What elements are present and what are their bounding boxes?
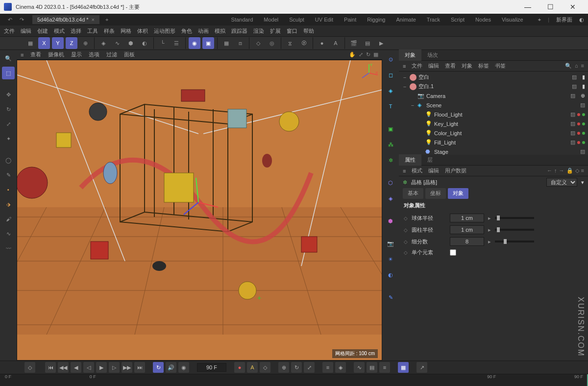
attr-menu-userdata[interactable]: 用户数据 (445, 167, 466, 174)
attr-menu-mode[interactable]: 模式 (412, 167, 422, 174)
viewport-orbit-icon[interactable]: ↻ (366, 51, 370, 58)
document-tab-close[interactable]: × (92, 17, 95, 23)
expand-icon[interactable]: ↗ (416, 362, 427, 373)
keyframe-a-icon[interactable]: A (330, 37, 342, 49)
grid-icon[interactable]: ▦ (220, 37, 232, 49)
prev-frame-icon[interactable]: ◀ (71, 362, 81, 373)
layout-track[interactable]: Track (427, 17, 440, 23)
attr-menu-toggle[interactable]: ≡ (403, 168, 406, 174)
menu-character[interactable]: 角色 (181, 27, 192, 35)
layout-nodes[interactable]: Nodes (475, 17, 491, 23)
objects-menu-object[interactable]: 对象 (462, 62, 472, 70)
menu-volume[interactable]: 体积 (137, 27, 148, 35)
new-document-button[interactable]: + (102, 17, 111, 23)
menu-help[interactable]: 帮助 (303, 27, 314, 35)
cloner-icon[interactable]: ⁂ (384, 138, 397, 151)
menu-select[interactable]: 选择 (71, 27, 81, 35)
layout-paint[interactable]: Paint (344, 17, 356, 23)
attributes-mode-select[interactable]: 自定义 (546, 178, 577, 187)
objects-filter-icon[interactable]: ≡ (581, 63, 584, 69)
layout-visualize[interactable]: Visualize (502, 17, 523, 23)
window-minimize[interactable]: — (516, 0, 539, 14)
parent-icon[interactable]: └ (157, 37, 169, 49)
play-forward-icon[interactable]: ▶ (96, 362, 107, 373)
play-back-icon[interactable]: ◁ (83, 362, 94, 373)
attr-dropdown-icon[interactable]: ▾ (581, 179, 584, 186)
keyframe-sel-icon[interactable]: ◇ (260, 362, 270, 373)
viewport-zoom-icon[interactable]: ⤢ (359, 51, 363, 58)
param-key-icon[interactable]: ≡ (322, 362, 333, 373)
layout-animate[interactable]: Animate (396, 17, 416, 23)
tab-takes[interactable]: 场次 (421, 49, 444, 61)
mirror-icon[interactable]: ⦿ (298, 37, 310, 49)
render-view-icon[interactable]: ▦ (24, 37, 36, 49)
sphere-radius-slider[interactable] (495, 217, 534, 219)
single-element-checkbox[interactable] (450, 249, 456, 256)
field-icon[interactable]: ▣ (384, 122, 397, 135)
point-mode-icon[interactable]: ▪ (2, 183, 15, 196)
playback-mode-icon[interactable]: ◉ (178, 362, 189, 373)
layout-model[interactable]: Model (264, 17, 278, 23)
paint-tool-icon[interactable]: 🖌 (2, 213, 15, 225)
edge-mode-icon[interactable]: ⬗ (2, 198, 15, 211)
menu-extensions[interactable]: 扩展 (270, 27, 281, 35)
viewport-menu-display[interactable]: 显示 (71, 51, 82, 58)
rotate-tool-icon[interactable]: ↻ (2, 103, 15, 116)
transform-tool-icon[interactable]: ✦ (2, 132, 15, 145)
deformer-obj-icon[interactable]: ⬡ (384, 176, 397, 189)
menu-window[interactable]: 窗口 (287, 27, 297, 35)
tab-objects[interactable]: 对象 (399, 49, 421, 61)
menu-file[interactable]: 文件 (4, 27, 15, 35)
cube-primitive-icon[interactable]: ◈ (98, 37, 109, 49)
attr-tab-basic[interactable]: 基本 (403, 188, 423, 199)
attr-nav-up-icon[interactable]: → (559, 168, 564, 174)
goto-start-icon[interactable]: ⏮ (45, 362, 56, 373)
objects-menu-file[interactable]: 文件 (412, 62, 422, 70)
material-icon[interactable]: ◐ (384, 268, 397, 281)
search-tool-icon[interactable]: 🔍 (2, 52, 15, 65)
pla-key-icon[interactable]: ◈ (335, 362, 346, 373)
redo-button[interactable]: ↷ (16, 15, 27, 24)
symmetry-icon[interactable]: ⧖ (284, 37, 296, 49)
spline-icon[interactable]: ∿ (111, 37, 123, 49)
object-manager-tree[interactable]: −空白▨ ▮ −空白.1▨ ▮ 📷Camera▨ ⊕ −◈Scene▨ 💡Flo… (399, 72, 588, 155)
menu-edit[interactable]: 编辑 (21, 27, 31, 35)
attr-nav-back-icon[interactable]: ← (547, 168, 552, 174)
spline-object-icon[interactable]: ◻ (384, 69, 397, 81)
target-icon[interactable]: ◎ (266, 37, 278, 49)
menu-mode[interactable]: 模式 (54, 27, 65, 35)
loop-icon[interactable]: ↻ (153, 362, 164, 373)
objects-search-icon[interactable]: 🔍 (565, 63, 572, 69)
window-close[interactable]: ✕ (562, 0, 584, 14)
objects-menu-view[interactable]: 查看 (445, 62, 456, 70)
edit-icon[interactable]: ✎ (384, 291, 397, 304)
viewport-menu-options[interactable]: 选项 (89, 51, 99, 58)
effector-icon[interactable]: ✲ (384, 154, 397, 167)
objects-menu-tags[interactable]: 标签 (478, 62, 489, 70)
menu-tools[interactable]: 工具 (87, 27, 98, 35)
objects-menu-edit[interactable]: 编辑 (428, 62, 439, 70)
null-object-icon[interactable]: ⊙ (384, 53, 397, 66)
text-object-icon[interactable]: T (384, 100, 397, 113)
viewport-axis-gizmo[interactable]: X Y (359, 63, 379, 83)
axis-x-button[interactable]: X (38, 37, 50, 49)
keyframe-diamond-icon[interactable]: ◇ (24, 362, 35, 373)
next-frame-icon[interactable]: ▷ (109, 362, 120, 373)
fcurve-icon[interactable]: ∿ (354, 362, 365, 373)
menu-mesh[interactable]: 网格 (121, 27, 131, 35)
current-frame-field[interactable] (197, 363, 226, 372)
objects-menu-bookmarks[interactable]: 书签 (495, 62, 506, 70)
window-maximize[interactable]: ☐ (539, 0, 562, 14)
prev-key-icon[interactable]: ◀◀ (58, 362, 69, 373)
ui-toggle-icon[interactable]: ◐ (579, 17, 584, 23)
layout-script[interactable]: Script (451, 17, 465, 23)
menu-animate[interactable]: 动画 (198, 27, 209, 35)
viewport-menu-camera[interactable]: 摄像机 (48, 51, 64, 58)
undo-button[interactable]: ↶ (4, 15, 16, 24)
tab-attributes[interactable]: 属性 (399, 154, 421, 166)
generator-obj-icon[interactable]: ◈ (384, 192, 397, 205)
group-icon[interactable]: ☰ (171, 37, 182, 49)
record-icon[interactable]: ● (234, 362, 245, 373)
menu-tracker[interactable]: 跟踪器 (231, 27, 247, 35)
render-settings-icon[interactable]: 🎬 (348, 37, 360, 49)
